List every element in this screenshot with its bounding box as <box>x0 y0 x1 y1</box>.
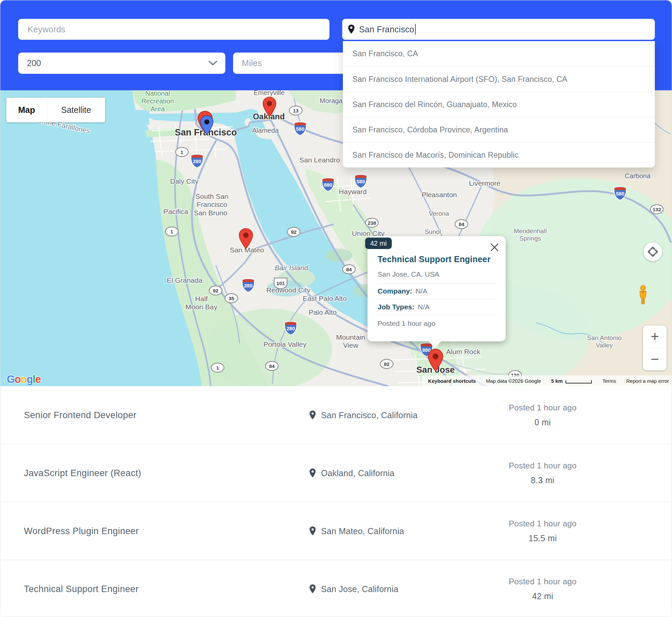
svg-text:132: 132 <box>652 207 661 212</box>
location-suggestion[interactable]: San Francisco, CA <box>343 41 655 66</box>
map-type-map-button[interactable]: Map <box>6 98 47 122</box>
info-window-tail <box>428 341 442 348</box>
route-shield: 1 <box>211 363 224 372</box>
job-meta: Posted 1 hour ago8.3 mi <box>485 461 600 485</box>
job-distance: 0 mi <box>535 418 551 427</box>
location-pin-icon <box>348 24 355 34</box>
map-data-text: Map data ©2026 Google <box>486 378 541 384</box>
job-location-text: San Mateo, California <box>321 526 404 536</box>
job-types-value: N/A <box>418 303 429 311</box>
job-meta: Posted 1 hour ago15.5 mi <box>485 519 600 543</box>
zoom-in-button[interactable]: + <box>643 326 667 348</box>
location-suggestion[interactable]: San Francisco International Airport (SFO… <box>343 66 655 92</box>
map-label: Sunol <box>425 228 441 235</box>
svg-text:238: 238 <box>367 220 376 226</box>
svg-text:280: 280 <box>244 283 252 288</box>
map-label: Moraga <box>320 97 343 104</box>
job-title: WordPress Plugin Engineer <box>24 526 139 536</box>
radius-value: 200 <box>27 58 41 68</box>
map-label: Daly City <box>170 177 199 185</box>
job-row[interactable]: JavaScript Engineer (React)Oakland, Cali… <box>0 444 672 502</box>
svg-text:92: 92 <box>213 288 219 294</box>
job-meta: Posted 1 hour ago42 mi <box>485 577 600 601</box>
svg-text:92: 92 <box>291 229 297 235</box>
route-shield: 238 <box>365 218 378 227</box>
map-label: Redwood City <box>266 286 311 294</box>
svg-text:1: 1 <box>181 149 183 155</box>
info-window-location: San Jose, CA, USA <box>378 270 495 283</box>
job-location: Oakland, California <box>309 468 394 478</box>
close-icon[interactable] <box>490 243 499 252</box>
svg-text:84: 84 <box>346 267 352 272</box>
map-label: Alum Rock <box>446 348 480 356</box>
job-row[interactable]: Technical Support EngineerSan Jose, Cali… <box>0 560 672 617</box>
job-location: San Francisco, California <box>309 410 418 420</box>
map-label: San Leandro <box>299 156 340 164</box>
job-posted: Posted 1 hour ago <box>509 461 576 470</box>
location-pin-icon <box>309 468 316 478</box>
map-label: Hayward <box>339 188 367 195</box>
svg-text:1: 1 <box>216 365 219 371</box>
route-shield: 84 <box>265 362 278 371</box>
map-label: South SanFrancisco <box>195 192 228 208</box>
map-type-satellite-button[interactable]: Satellite <box>47 98 105 122</box>
route-shield: 92 <box>287 227 300 237</box>
svg-text:1: 1 <box>170 229 173 235</box>
zoom-out-button[interactable]: − <box>643 348 667 370</box>
pegman-icon[interactable] <box>637 285 649 306</box>
location-pin-icon <box>309 526 316 536</box>
svg-text:280: 280 <box>193 158 201 164</box>
route-shield: 132 <box>650 205 663 214</box>
svg-text:580: 580 <box>356 179 365 184</box>
keywords-input[interactable]: Keywords <box>18 19 329 40</box>
route-shield: 1 <box>165 227 178 236</box>
text-caret <box>415 24 416 35</box>
company-value: N/A <box>416 287 427 295</box>
location-value: San Francisco <box>359 25 414 34</box>
svg-text:580: 580 <box>296 126 304 132</box>
map-label: East Palo Alto <box>303 295 347 302</box>
job-results-list: Senior Frontend DeveloperSan Francisco, … <box>0 386 672 617</box>
distance-badge: 42 mi <box>365 238 392 249</box>
svg-text:84: 84 <box>459 221 465 227</box>
svg-text:880: 880 <box>324 182 332 188</box>
job-distance: 15.5 mi <box>529 533 557 543</box>
svg-text:84: 84 <box>269 363 275 369</box>
location-suggestion[interactable]: San Francisco, Córdoba Province, Argenti… <box>343 117 655 142</box>
job-row[interactable]: Senior Frontend DeveloperSan Francisco, … <box>0 386 672 444</box>
route-shield: 13 <box>289 106 302 115</box>
svg-text:13: 13 <box>293 108 299 114</box>
job-info-window: Technical Support Engineer San Jose, CA,… <box>367 236 506 341</box>
fullscreen-button[interactable] <box>643 242 662 261</box>
report-map-error-link[interactable]: Report a map error <box>626 378 669 384</box>
location-input[interactable]: San Francisco <box>342 19 655 40</box>
map-label: Emeryville <box>254 90 285 96</box>
job-row[interactable]: WordPress Plugin EngineerSan Mateo, Cali… <box>0 502 672 560</box>
job-title: Senior Frontend Developer <box>24 410 136 420</box>
scale-bar-icon <box>565 380 592 384</box>
map-label: Bair Island <box>275 264 309 272</box>
route-shield: 35 <box>225 294 238 303</box>
terms-link[interactable]: Terms <box>602 378 616 384</box>
location-pin-icon <box>309 584 316 594</box>
info-window-jobtypes-row: Job Types:N/A <box>378 299 495 315</box>
map-label: Carbona <box>625 172 651 180</box>
map-label: Verona <box>429 210 449 217</box>
info-window-company-row: Company:N/A <box>378 283 495 299</box>
map-label: Livermore <box>469 179 500 187</box>
map-label: Alameda <box>252 127 279 134</box>
location-pin-icon <box>309 410 316 420</box>
route-shield: 82 <box>380 360 393 369</box>
job-posted: Posted 1 hour ago <box>509 403 576 412</box>
location-suggestion[interactable]: San Francisco de Macorís, Dominican Repu… <box>343 142 655 167</box>
job-title: Technical Support Engineer <box>24 584 139 594</box>
radius-select[interactable]: 200 <box>18 53 225 74</box>
location-suggestions-dropdown: San Francisco, CASan Francisco Internati… <box>343 41 655 167</box>
job-location-text: San Francisco, California <box>321 410 418 420</box>
job-meta: Posted 1 hour ago0 mi <box>485 403 600 427</box>
company-label: Company: <box>378 287 412 295</box>
job-location: San Mateo, California <box>309 526 404 536</box>
location-suggestion[interactable]: San Francisco del Rincón, Guanajuato, Me… <box>343 92 655 117</box>
job-distance: 42 mi <box>532 591 553 601</box>
keyboard-shortcuts-button[interactable]: Keyboard shortcuts <box>428 378 476 384</box>
